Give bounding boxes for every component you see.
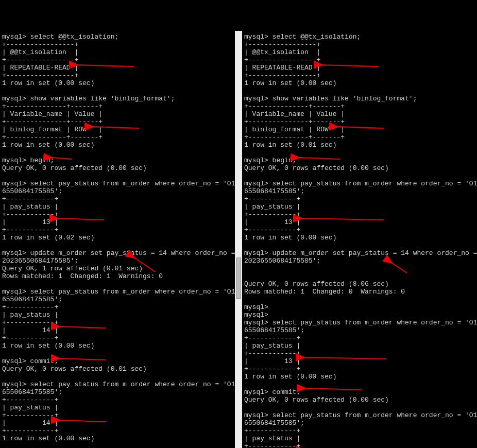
terminal-line: +-----------------+ bbox=[244, 41, 475, 48]
terminal-line: 20236550684175585'; bbox=[2, 257, 233, 265]
terminal-line: Rows matched: 1 Changed: 1 Warnings: 0 bbox=[2, 272, 233, 280]
terminal-line: mysql> select @@tx_isolation; bbox=[244, 33, 475, 41]
terminal-line: | pay_status | bbox=[2, 311, 233, 319]
terminal-line: | Variable_name | Value | bbox=[2, 110, 233, 118]
terminal-line: Query OK, 1 row affected (0.01 sec) bbox=[2, 265, 233, 272]
terminal-line: | REPEATABLE-READ | bbox=[2, 64, 233, 72]
terminal-line: mysql> show variables like 'binlog_forma… bbox=[2, 95, 233, 102]
terminal-line: Rows matched: 1 Changed: 0 Warnings: 0 bbox=[244, 288, 475, 296]
terminal-line: +------------+ bbox=[244, 427, 475, 435]
terminal-line bbox=[244, 404, 475, 411]
terminal-line: | pay_status | bbox=[244, 342, 475, 350]
terminal-line: +------------+ bbox=[244, 365, 475, 373]
terminal-line: 6550684175585'; bbox=[244, 326, 475, 334]
scrollbar-thumb[interactable] bbox=[236, 257, 241, 299]
terminal-line: +------------+ bbox=[2, 226, 233, 234]
terminal-line: 1 row in set (0.01 sec) bbox=[244, 141, 475, 149]
terminal-line bbox=[2, 242, 233, 249]
terminal-line: mysql> update m_order set pay_status = 1… bbox=[244, 249, 475, 257]
terminal-line: | 13 | bbox=[244, 357, 475, 365]
terminal-line: | binlog_format | ROW | bbox=[2, 126, 233, 133]
terminal-line: mysql> select @@tx_isolation; bbox=[2, 33, 233, 41]
terminal-line bbox=[2, 373, 233, 381]
terminal-line: mysql> show variables like 'binlog_forma… bbox=[244, 95, 475, 102]
terminal-line bbox=[2, 280, 233, 288]
terminal-line: | pay_status | bbox=[2, 404, 233, 411]
pane-divider[interactable] bbox=[235, 31, 242, 448]
terminal-line: | 14 | bbox=[2, 326, 233, 334]
terminal-line: | @@tx_isolation | bbox=[244, 48, 475, 56]
terminal-line: mysql> select pay_status from m_order wh… bbox=[2, 180, 233, 187]
terminal-line: 1 row in set (0.00 sec) bbox=[2, 79, 233, 87]
terminal-line: +-----------------+ bbox=[244, 72, 475, 79]
terminal-line: 20236550684175585'; bbox=[244, 257, 475, 265]
terminal-line: Query OK, 0 rows affected (0.00 sec) bbox=[2, 164, 233, 172]
terminal-line: +------------+ bbox=[244, 334, 475, 342]
terminal-line: | 14 | bbox=[2, 419, 233, 427]
terminal-line: +------------+ bbox=[244, 442, 475, 448]
terminal-line: +---------------+-------+ bbox=[2, 102, 233, 110]
terminal-line: mysql> select pay_status from m_order wh… bbox=[244, 180, 475, 187]
terminal-line: +------------+ bbox=[2, 396, 233, 404]
left-terminal[interactable]: mysql> select @@tx_isolation;+----------… bbox=[0, 31, 235, 448]
terminal-line: mysql> update m_order set pay_status = 1… bbox=[2, 249, 233, 257]
terminal-line: mysql> select pay_status from m_order wh… bbox=[2, 381, 233, 388]
terminal-line: 1 row in set (0.00 sec) bbox=[2, 435, 233, 442]
terminal-line bbox=[2, 350, 233, 357]
terminal-line: mysql> select pay_status from m_order wh… bbox=[244, 319, 475, 326]
terminal-comparison: mysql> select @@tx_isolation;+----------… bbox=[0, 31, 477, 448]
scrollbar-track[interactable] bbox=[235, 31, 242, 448]
terminal-line bbox=[244, 172, 475, 180]
terminal-line bbox=[244, 296, 475, 303]
terminal-line: +---------------+-------+ bbox=[2, 118, 233, 126]
terminal-line: mysql> commit; bbox=[244, 388, 475, 396]
terminal-line: mysql> begin; bbox=[2, 157, 233, 164]
terminal-line: +------------+ bbox=[2, 303, 233, 311]
terminal-line: +---------------+-------+ bbox=[244, 102, 475, 110]
terminal-line bbox=[2, 149, 233, 157]
terminal-line: +-----------------+ bbox=[244, 56, 475, 64]
terminal-line: mysql> select pay_status from m_order wh… bbox=[2, 288, 233, 296]
terminal-line: +------------+ bbox=[244, 195, 475, 203]
terminal-line: | 13 | bbox=[244, 218, 475, 226]
terminal-line: 1 row in set (0.00 sec) bbox=[244, 373, 475, 381]
terminal-line: +------------+ bbox=[2, 195, 233, 203]
terminal-line bbox=[244, 265, 475, 272]
terminal-line: 6550684175585'; bbox=[2, 187, 233, 195]
terminal-line: +------------+ bbox=[244, 211, 475, 218]
right-terminal[interactable]: mysql> select @@tx_isolation;+----------… bbox=[242, 31, 477, 448]
terminal-line bbox=[244, 149, 475, 157]
terminal-line: 6550684175585'; bbox=[244, 419, 475, 427]
terminal-line: +---------------+-------+ bbox=[244, 118, 475, 126]
terminal-line: +---------------+-------+ bbox=[2, 133, 233, 141]
terminal-line: 1 row in set (0.00 sec) bbox=[2, 342, 233, 350]
terminal-line: mysql> begin; bbox=[244, 157, 475, 164]
terminal-line: 6550684175585'; bbox=[2, 388, 233, 396]
terminal-line bbox=[2, 442, 233, 448]
terminal-line: 6550684175585'; bbox=[244, 187, 475, 195]
terminal-line: mysql> bbox=[244, 311, 475, 319]
terminal-line: 1 row in set (0.00 sec) bbox=[244, 234, 475, 242]
terminal-line: +------------+ bbox=[2, 411, 233, 419]
terminal-line: 1 row in set (0.02 sec) bbox=[2, 234, 233, 242]
terminal-line: | pay_status | bbox=[244, 203, 475, 211]
terminal-line: +-----------------+ bbox=[2, 56, 233, 64]
terminal-line: 1 row in set (0.00 sec) bbox=[244, 79, 475, 87]
terminal-line: +-----------------+ bbox=[2, 41, 233, 48]
terminal-line: +------------+ bbox=[2, 427, 233, 435]
terminal-line: mysql> select pay_status from m_order wh… bbox=[244, 411, 475, 419]
terminal-line: mysql> commit; bbox=[2, 357, 233, 365]
terminal-line: Query OK, 0 rows affected (0.00 sec) bbox=[244, 396, 475, 404]
terminal-line: mysql> bbox=[244, 303, 475, 311]
terminal-line bbox=[244, 272, 475, 280]
terminal-line: | 13 | bbox=[2, 218, 233, 226]
terminal-line: +---------------+-------+ bbox=[244, 133, 475, 141]
terminal-line bbox=[2, 87, 233, 95]
terminal-line bbox=[244, 381, 475, 388]
terminal-line: Query OK, 0 rows affected (0.00 sec) bbox=[244, 164, 475, 172]
terminal-line: +------------+ bbox=[244, 226, 475, 234]
terminal-line: | pay_status | bbox=[244, 435, 475, 442]
terminal-line: | binlog_format | ROW | bbox=[244, 126, 475, 133]
terminal-line: Query OK, 0 rows affected (0.01 sec) bbox=[2, 365, 233, 373]
terminal-line bbox=[2, 172, 233, 180]
